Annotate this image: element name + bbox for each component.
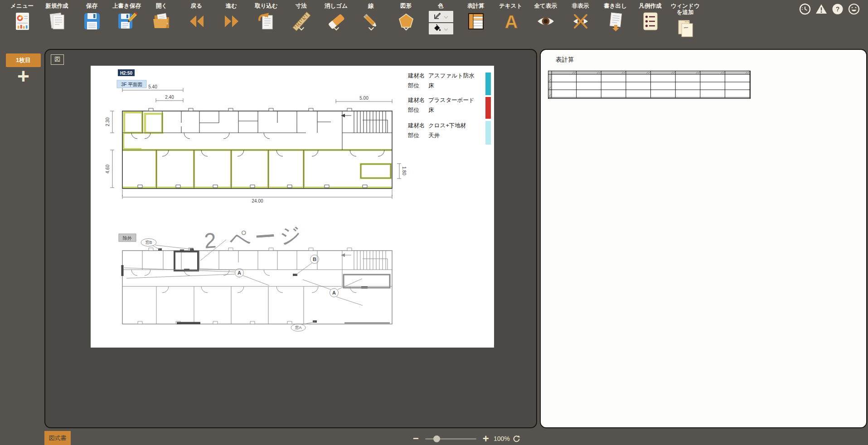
dim-label-top-left: 5.40 xyxy=(148,84,157,89)
zoom-in-button[interactable]: + xyxy=(480,434,492,443)
menu-item-open[interactable]: 開く xyxy=(144,0,179,32)
zoom-controls: − + 100% xyxy=(410,433,520,445)
menu-item-export[interactable]: 書き出し xyxy=(598,0,633,32)
feedback-face-icon[interactable] xyxy=(848,3,860,15)
chevron-down-icon[interactable] xyxy=(402,24,409,33)
menu-item-text[interactable]: テキスト A xyxy=(493,0,528,32)
paint-bucket-icon xyxy=(433,24,441,34)
menu-item-show-all[interactable]: 全て表示 xyxy=(528,0,563,32)
figure-panel-label: 図 xyxy=(51,54,64,65)
menu-item-color[interactable]: 色 xyxy=(423,0,458,34)
zoom-slider-thumb[interactable] xyxy=(433,435,440,442)
zoom-level-value: 100% xyxy=(494,435,510,442)
exclude-label: 除外 xyxy=(123,236,132,241)
menu-item-add-window[interactable]: ウィンドウを追加 xyxy=(668,0,703,39)
window-a-marker: 窓A xyxy=(295,325,301,330)
undo-arrows-icon[interactable] xyxy=(186,11,207,32)
legend-color-swatch xyxy=(485,73,491,95)
menu-item-label: テキスト xyxy=(499,3,522,9)
stroke-color-dropdown[interactable] xyxy=(429,11,453,22)
chevron-down-icon[interactable] xyxy=(333,24,339,33)
menu-item-spreadsheet[interactable]: 表計算 xyxy=(458,0,493,32)
materials-legend: 建材名アスファルト防水 部位床 建材名プラスターボード 部位床 建材名クロス+下… xyxy=(408,68,495,145)
top-toolbar: メニュー 新規作成 保存 上書き保存 開く xyxy=(0,0,868,44)
document-type-tab[interactable]: 図式書 xyxy=(44,431,71,445)
menu-item-label: ウィンドウを追加 xyxy=(668,3,703,16)
menu-item-save[interactable]: 保存 xyxy=(74,0,109,32)
figure-canvas-panel[interactable]: 図 xyxy=(44,49,537,428)
legend-part-label: 部位 xyxy=(408,82,428,90)
legend-color-swatch xyxy=(485,97,491,119)
menu-item-redo[interactable]: 進む xyxy=(214,0,249,32)
legend-material-label: 建材名 xyxy=(408,97,428,104)
legend-material-value: アスファルト防水 xyxy=(428,72,475,80)
menu-item-hide[interactable]: 非表示 xyxy=(563,0,598,32)
menu-item-menu[interactable]: メニュー xyxy=(5,0,39,32)
spreadsheet-panel[interactable]: 表計算 xyxy=(540,49,867,428)
eye-icon[interactable] xyxy=(535,11,556,32)
menu-item-undo[interactable]: 戻る xyxy=(179,0,214,32)
menu-item-legend[interactable]: 凡例作成 xyxy=(633,0,668,32)
drawing-image[interactable]: 5.40 2.40 5.00 2.30 4.60 1.80 24.00 H2:5… xyxy=(91,66,494,348)
chevron-down-icon xyxy=(444,25,448,33)
menu-item-eraser[interactable]: 消しゴム xyxy=(319,0,354,32)
menu-item-label: 表計算 xyxy=(467,3,485,9)
legend-part-value: 床 xyxy=(428,106,434,114)
open-folder-icon[interactable] xyxy=(151,11,172,32)
spreadsheet-panel-title: 表計算 xyxy=(556,56,574,64)
menu-item-new[interactable]: 新規作成 xyxy=(39,0,74,32)
add-window-icon[interactable] xyxy=(675,18,696,39)
zoom-out-button[interactable]: − xyxy=(410,434,422,443)
export-icon[interactable] xyxy=(605,11,626,32)
dim-label-bottom: 24.00 xyxy=(252,198,263,203)
menu-item-shape[interactable]: 図形 xyxy=(388,0,423,32)
menu-item-dimension[interactable]: 寸法 xyxy=(284,0,319,32)
menu-item-import[interactable]: 取り込む xyxy=(249,0,284,32)
redo-arrows-icon[interactable] xyxy=(221,11,242,32)
table-icon[interactable] xyxy=(466,11,486,32)
menu-item-label: 戻る xyxy=(191,3,202,9)
status-icon-strip: ? xyxy=(799,3,860,15)
text-a-icon[interactable]: A xyxy=(500,11,521,32)
menu-item-label: 書き出し xyxy=(604,3,627,9)
menu-item-label: 上書き保存 xyxy=(112,3,141,9)
app-window: メニュー 新規作成 保存 上書き保存 開く xyxy=(0,0,868,445)
plan-title: 3F 平面図 xyxy=(121,82,142,87)
spreadsheet-grid[interactable] xyxy=(548,71,751,99)
menu-document-icon[interactable] xyxy=(12,11,33,32)
import-icon[interactable] xyxy=(256,11,277,32)
menu-item-label: 開く xyxy=(156,3,167,9)
marker-a: A xyxy=(332,290,336,295)
legend-part-value: 床 xyxy=(428,82,434,90)
add-sheet-button[interactable]: + xyxy=(6,66,41,86)
warning-icon[interactable] xyxy=(815,3,827,15)
legend-list-icon[interactable] xyxy=(640,11,661,32)
zoom-reset-icon[interactable] xyxy=(513,435,520,443)
new-file-icon[interactable] xyxy=(47,11,68,32)
marker-a: A xyxy=(238,270,241,276)
overwrite-save-icon[interactable] xyxy=(116,11,137,32)
marker-b: B xyxy=(313,256,316,262)
eye-off-icon[interactable] xyxy=(570,11,591,32)
legend-material-label: 建材名 xyxy=(408,122,428,130)
chevron-down-icon[interactable] xyxy=(368,24,374,33)
legend-material-value: クロス+下地材 xyxy=(428,122,466,130)
menu-item-line[interactable]: 線 xyxy=(354,0,388,32)
legend-material-value: プラスターボード xyxy=(428,97,475,104)
selected-room-outline[interactable] xyxy=(175,252,198,271)
chevron-down-icon[interactable] xyxy=(298,24,305,33)
menu-item-label: 図形 xyxy=(400,3,412,9)
legend-color-swatch xyxy=(485,121,491,145)
menu-item-label: 寸法 xyxy=(296,3,307,9)
save-floppy-icon[interactable] xyxy=(82,11,102,32)
menu-item-label: 進む xyxy=(226,3,237,9)
menu-item-overwrite-save[interactable]: 上書き保存 xyxy=(109,0,144,32)
svg-text:A: A xyxy=(504,12,518,32)
scale-label: H2:50 xyxy=(120,71,133,76)
dim-label-right: 1.80 xyxy=(402,166,407,175)
menu-item-label: 全て表示 xyxy=(534,3,557,9)
fill-color-dropdown[interactable] xyxy=(429,23,453,34)
zoom-slider[interactable] xyxy=(425,438,476,440)
help-icon[interactable]: ? xyxy=(832,3,844,15)
history-clock-icon[interactable] xyxy=(799,3,811,15)
